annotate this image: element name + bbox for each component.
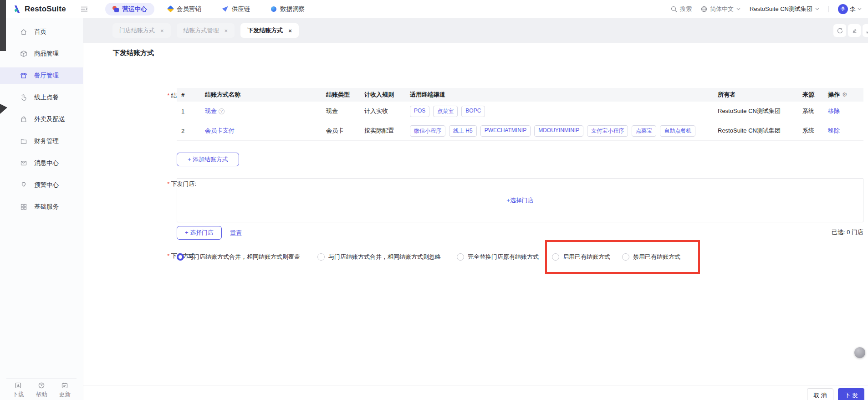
select-store-inline-link[interactable]: +选择门店 (506, 196, 534, 205)
floating-widget[interactable] (854, 347, 865, 358)
help-tool[interactable]: 帮助 (36, 382, 47, 400)
col-type: 结账类型 (326, 91, 364, 99)
tool-label: 下载 (12, 390, 24, 399)
gear-icon[interactable]: ⚙ (842, 91, 848, 98)
sidebar-item-label: 预警中心 (34, 181, 59, 189)
radio-icon[interactable] (317, 253, 325, 261)
mode-option-label: 启用已有结账方式 (563, 253, 610, 261)
primary-nav: 营运中心 会员营销 供应链 数据洞察 (105, 3, 312, 15)
sidebar-item-basic-services[interactable]: 基础服务 (0, 199, 83, 215)
method-name-link[interactable]: 会员卡支付 (205, 127, 235, 134)
update-tool[interactable]: 更新 (59, 382, 71, 400)
method-name-link[interactable]: 现金 (205, 108, 217, 114)
tenant-name: RestoSuite CN测试集团 (750, 5, 812, 13)
tab-bar: 门店结账方式 × 结账方式管理 × 下发结账方式 × (83, 18, 868, 43)
remove-link[interactable]: 移除 (828, 127, 840, 134)
channel-tag: 线上 H5 (449, 125, 477, 137)
collapse-menu-icon[interactable] (81, 6, 88, 12)
mode-option-merge-ignore[interactable]: 与门店结账方式合并，相同结账方式则忽略 (317, 252, 441, 262)
required-mark: * (167, 92, 169, 99)
cursor-artifact (0, 104, 7, 114)
nav-item-membership[interactable]: 会员营销 (161, 3, 209, 15)
mode-option-merge-overwrite[interactable]: 与门店结账方式合并，相同结账方式则覆盖 (177, 252, 300, 262)
sidebar-item-label: 餐厅管理 (34, 72, 59, 80)
brand-logo-icon (12, 5, 21, 14)
cancel-button[interactable]: 取 消 (807, 388, 833, 400)
radio-selected-icon[interactable] (177, 253, 184, 261)
chevron-down-icon (815, 8, 819, 10)
divider (828, 6, 829, 12)
tab-distribute-settlement[interactable]: 下发结账方式 × (240, 23, 299, 38)
radio-icon[interactable] (622, 253, 629, 261)
sidebar-item-label: 商品管理 (34, 50, 59, 58)
radio-icon[interactable] (552, 253, 559, 261)
add-settlement-method-button[interactable]: + 添加结账方式 (177, 153, 239, 166)
page-footer: 取 消 下 发 (83, 385, 868, 400)
home-icon (20, 28, 27, 36)
global-search[interactable]: 搜索 (671, 5, 692, 13)
close-icon[interactable]: × (225, 28, 228, 34)
nav-item-supply-chain[interactable]: 供应链 (215, 3, 258, 15)
screen-edge-artifact (0, 0, 6, 51)
sidebar: 首页 商品管理 餐厅管理 线上点餐 外卖及配送 财务管理 (0, 18, 83, 400)
col-index: # (177, 92, 205, 98)
sidebar-item-restaurant[interactable]: 餐厅管理 (0, 67, 83, 84)
remove-link[interactable]: 移除 (828, 108, 840, 114)
sidebar-item-finance[interactable]: 财务管理 (0, 133, 83, 149)
table-row: 1 现金? 现金 计入实收 POS 点菜宝 BOPC RestoSuite CN… (177, 102, 863, 121)
brand-logo[interactable]: RestoSuite (0, 5, 66, 14)
sidebar-item-alerts[interactable]: 预警中心 (0, 177, 83, 193)
language-selector[interactable]: 简体中文 (701, 5, 740, 13)
tab-store-settlement[interactable]: 门店结账方式 × (112, 23, 171, 38)
mode-option-label: 禁用已有结账方式 (633, 253, 680, 261)
search-icon (671, 6, 677, 12)
tab-settlement-management[interactable]: 结账方式管理 × (177, 23, 235, 38)
radio-icon[interactable] (457, 253, 464, 261)
help-icon (38, 382, 45, 389)
page-title: 下发结账方式 (113, 49, 154, 57)
storefront-icon (20, 72, 27, 79)
select-store-button[interactable]: + 选择门店 (177, 226, 222, 240)
operations-icon (112, 6, 119, 12)
required-mark: * (167, 252, 169, 259)
method-rule-cell: 按实际配置 (364, 127, 410, 135)
reset-link[interactable]: 重置 (230, 229, 242, 237)
main-content: 下发结账方式 *结账方式: # 结账方式名称 结账类型 计收入规则 适用终端渠道… (83, 43, 868, 400)
store-selection-box: +选择门店 (177, 178, 863, 222)
nav-label: 营运中心 (123, 5, 147, 13)
row-index: 1 (177, 108, 205, 115)
globe-icon (701, 6, 707, 12)
close-icon[interactable]: × (288, 28, 292, 34)
sidebar-item-online-ordering[interactable]: 线上点餐 (0, 89, 83, 106)
sidebar-item-messages[interactable]: 消息中心 (0, 155, 83, 171)
col-name: 结账方式名称 (205, 91, 326, 99)
supply-chain-icon (222, 6, 228, 12)
bulb-icon (20, 181, 27, 189)
clear-button[interactable] (848, 24, 861, 37)
nav-item-operations[interactable]: 营运中心 (105, 3, 154, 15)
owner-cell: RestoSuite CN测试集团 (718, 127, 802, 135)
close-icon[interactable]: × (160, 28, 164, 34)
sidebar-item-home[interactable]: 首页 (0, 24, 83, 40)
tab-actions (833, 24, 868, 37)
refresh-button[interactable] (833, 24, 846, 37)
sidebar-item-delivery[interactable]: 外卖及配送 (0, 111, 83, 128)
submit-button[interactable]: 下 发 (838, 388, 864, 400)
download-tool[interactable]: 下载 (12, 382, 24, 400)
user-menu[interactable]: 李 李 (838, 4, 862, 14)
tenant-selector[interactable]: RestoSuite CN测试集团 (750, 5, 819, 13)
mode-option-label: 完全替换门店原有结账方式 (468, 253, 539, 261)
sidebar-footer: 下载 帮助 更新 (6, 378, 77, 400)
mode-option-disable-existing[interactable]: 禁用已有结账方式 (622, 252, 680, 262)
method-name-cell: 会员卡支付 (205, 127, 326, 135)
sidebar-item-products[interactable]: 商品管理 (0, 46, 83, 62)
mode-option-enable-existing[interactable]: 启用已有结账方式 (552, 252, 610, 262)
help-icon[interactable]: ? (219, 108, 225, 114)
mode-option-replace-all[interactable]: 完全替换门店原有结账方式 (457, 252, 539, 262)
nav-item-data-insight[interactable]: 数据洞察 (264, 3, 312, 15)
bag-icon (20, 116, 27, 123)
selected-store-count: 已选: 0 门店 (832, 228, 863, 236)
expand-button[interactable] (863, 24, 868, 37)
action-cell: 移除 (828, 127, 863, 135)
cube-icon (20, 50, 27, 57)
